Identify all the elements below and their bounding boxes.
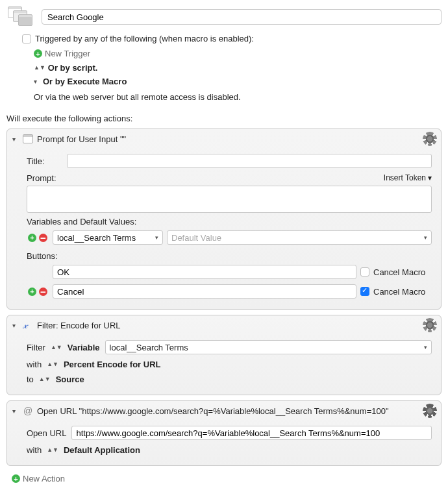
gear-icon[interactable] xyxy=(424,405,436,417)
with-label: with xyxy=(27,445,42,455)
triggers-checkbox[interactable] xyxy=(22,34,31,43)
macro-title-input[interactable] xyxy=(42,9,442,25)
exec-header: Will execute the following actions: xyxy=(6,108,442,126)
default-value-combo[interactable]: Default Value ▾ xyxy=(167,230,432,245)
gear-icon[interactable] xyxy=(424,133,436,145)
source-selector[interactable]: Source xyxy=(56,374,84,384)
variable-name-value: local__Search Terms xyxy=(57,233,136,243)
cancel-macro-checkbox-2[interactable] xyxy=(360,287,369,296)
button-ok-input[interactable] xyxy=(53,265,356,279)
gear-icon[interactable] xyxy=(424,319,436,331)
cancel-macro-label: Cancel Macro xyxy=(373,287,425,297)
action-prompt-user-input: ▾ Prompt for User Input "" Title: Prompt… xyxy=(6,129,442,310)
prompt-icon xyxy=(23,134,33,143)
or-script-row[interactable]: ▲▼ Or by script. xyxy=(22,61,442,75)
chevron-down-icon: ▾ xyxy=(424,344,427,350)
button-cancel-input[interactable] xyxy=(53,284,356,299)
cancel-macro-checkbox-1[interactable] xyxy=(360,267,369,276)
to-label: to xyxy=(27,374,34,384)
at-icon: @ xyxy=(23,406,33,416)
cancel-macro-label: Cancel Macro xyxy=(373,267,425,277)
with-label: with xyxy=(27,360,42,369)
remove-button-button[interactable]: − xyxy=(39,288,47,296)
chevron-down-icon[interactable]: ▾ xyxy=(12,136,19,143)
prompt-textarea[interactable] xyxy=(27,186,432,213)
default-value-placeholder: Default Value xyxy=(171,233,221,243)
plus-icon: + xyxy=(34,49,42,58)
chevron-down-icon: ▾ xyxy=(34,78,40,85)
or-web-label: Or via the web server but all remote acc… xyxy=(22,88,442,106)
plus-icon: + xyxy=(12,474,20,483)
triggers-label: Triggered by any of the following (when … xyxy=(35,34,254,43)
new-trigger-link[interactable]: + New Trigger xyxy=(22,46,442,61)
chevron-down-icon: ▾ xyxy=(155,234,158,241)
variable-name-combo[interactable]: local__Search Terms ▾ xyxy=(53,230,163,245)
buttons-header: Buttons: xyxy=(27,247,432,262)
add-button-button[interactable]: + xyxy=(28,288,36,296)
or-execute-row[interactable]: ▾ Or by Execute Macro xyxy=(22,75,442,88)
filter-icon: 𝓍 xyxy=(23,319,33,331)
insert-token-label: Insert Token xyxy=(384,173,426,182)
new-action-label: New Action xyxy=(23,474,65,484)
insert-token-button[interactable]: Insert Token ▾ xyxy=(384,173,432,182)
default-app-selector[interactable]: Default Application xyxy=(64,445,140,455)
encode-selector[interactable]: Percent Encode for URL xyxy=(64,360,161,369)
updown-icon[interactable]: ▲▼ xyxy=(51,346,62,349)
action-open-url: ▾ @ Open URL "https://www.google.com/sea… xyxy=(6,400,442,466)
chevron-down-icon[interactable]: ▾ xyxy=(12,408,19,415)
remove-variable-button[interactable]: − xyxy=(39,234,47,242)
action-title: Prompt for User Input "" xyxy=(37,134,126,144)
title-label: Title: xyxy=(27,156,62,166)
action-title: Open URL "https://www.google.com/search?… xyxy=(37,406,420,416)
chevron-down-icon: ▾ xyxy=(424,234,427,241)
action-title: Filter: Encode for URL xyxy=(37,321,121,330)
filter-variable-value: local__Search Terms xyxy=(110,343,188,352)
header-row xyxy=(6,5,442,29)
url-input[interactable] xyxy=(71,426,432,440)
updown-icon[interactable]: ▲▼ xyxy=(47,363,58,366)
or-execute-label: Or by Execute Macro xyxy=(43,77,127,86)
new-action-link[interactable]: + New Action xyxy=(6,471,442,486)
or-script-label: Or by script. xyxy=(48,63,98,73)
chevron-down-icon: ▾ xyxy=(428,173,432,182)
new-trigger-label: New Trigger xyxy=(45,49,90,58)
macro-group-icon xyxy=(6,5,35,29)
prompt-label: Prompt: xyxy=(27,173,62,183)
variable-selector[interactable]: Variable xyxy=(68,343,100,352)
updown-icon[interactable]: ▲▼ xyxy=(47,448,58,452)
action-filter-encode-url: ▾ 𝓍 Filter: Encode for URL Filter ▲▼ Var… xyxy=(6,315,442,395)
open-url-label: Open URL xyxy=(27,428,66,438)
add-variable-button[interactable]: + xyxy=(28,234,36,242)
filter-variable-combo[interactable]: local__Search Terms ▾ xyxy=(105,340,432,354)
chevron-down-icon[interactable]: ▾ xyxy=(12,322,19,329)
vars-header: Variables and Default Values: xyxy=(27,213,432,228)
updown-icon: ▲▼ xyxy=(34,66,45,69)
triggers-section: Triggered by any of the following (when … xyxy=(6,29,442,108)
updown-icon[interactable]: ▲▼ xyxy=(39,378,51,381)
filter-label: Filter xyxy=(27,343,45,352)
title-input[interactable] xyxy=(67,154,432,168)
